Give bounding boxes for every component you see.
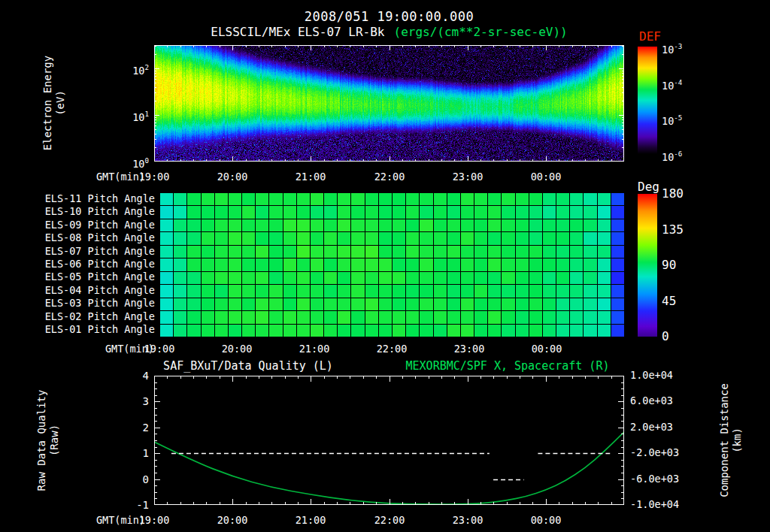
pitch-row-label: ELS-10 Pitch Angle: [42, 206, 155, 217]
plot-page: 2008/051 19:00:00.000 ELSSCIL/MEx ELS-07…: [0, 0, 770, 532]
deg-tick-90: 90: [662, 258, 676, 272]
quality-tick: 2: [117, 422, 149, 434]
pitch-row-label: ELS-07 Pitch Angle: [42, 246, 155, 257]
deg-colorbar-title: Deg: [638, 180, 659, 194]
instrument-label: ELSSCIL/MEx ELS-07 LR-Bk: [211, 25, 384, 39]
time-tick: 19:00: [135, 171, 173, 183]
quality-distance-canvas: [154, 376, 624, 505]
y-axis-title-line1: Electron Energy: [41, 56, 54, 150]
time-tick: 00:00: [528, 343, 565, 355]
def-tick-1e-5: 10-5: [662, 112, 682, 127]
pitch-row-label: ELS-08 Pitch Angle: [42, 232, 155, 243]
time-tick: 00:00: [527, 171, 565, 183]
pitch-row-label: ELS-09 Pitch Angle: [42, 219, 155, 231]
time-tick: 22:00: [371, 514, 408, 526]
electron-spectrogram-canvas: [154, 45, 624, 162]
def-tick-1e-4: 10-4: [662, 77, 682, 92]
quality-tick: -1: [117, 499, 149, 511]
def-colorbar-title: DEF: [639, 30, 661, 44]
distance-tick: 6.0e+03: [630, 395, 683, 407]
pitch-row-label: ELS-05 Pitch Angle: [42, 271, 155, 283]
time-tick: 20:00: [218, 343, 256, 355]
def-tick-1e-3: 10-3: [662, 41, 682, 56]
deg-tick-45: 45: [662, 295, 676, 308]
def-tick-1e-6: 10-6: [662, 148, 682, 163]
time-tick: 23:00: [449, 171, 487, 183]
deg-colorbar: [638, 194, 657, 337]
time-tick: 22:00: [371, 171, 408, 183]
distance-tick: -2.0e+03: [630, 447, 683, 458]
pitch-row-label: ELS-04 Pitch Angle: [42, 285, 155, 296]
time-tick: 19:00: [135, 514, 173, 526]
energy-tick-1: 100: [113, 155, 149, 170]
energy-tick-100: 102: [113, 62, 149, 77]
page-subtitle: ELSSCIL/MEx ELS-07 LR-Bk(ergs/(cm**2-sr-…: [79, 26, 699, 39]
time-tick: 23:00: [450, 343, 488, 355]
deg-tick-180: 180: [662, 187, 684, 201]
deg-tick-135: 135: [662, 223, 684, 237]
pitch-row-label: ELS-01 Pitch Angle: [42, 324, 155, 335]
distance-tick: 1.0e+04: [630, 370, 683, 381]
time-tick: 21:00: [296, 343, 333, 355]
bottom-right-axis-title: Component Distance (km): [718, 383, 744, 497]
pitch-row-label: ELS-03 Pitch Angle: [42, 298, 155, 309]
quality-tick: 3: [117, 395, 149, 407]
time-tick: 20:00: [214, 514, 251, 526]
bottom-left-title: SAF_BXuT/Data Quality (L): [154, 360, 342, 373]
bottom-left-axis-title: Raw Data Quality (Raw): [35, 390, 61, 491]
time-tick: 22:00: [373, 343, 411, 355]
def-colorbar: [638, 47, 657, 154]
pitch-row-label: ELS-11 Pitch Angle: [42, 193, 155, 204]
distance-tick: -1.0e+04: [630, 499, 683, 510]
time-tick: 23:00: [449, 514, 487, 526]
units-label: (ergs/(cm**2-sr-sec-eV)): [394, 25, 568, 39]
deg-tick-0: 0: [662, 330, 669, 343]
bottom-right-title: MEXORBMC/SPF X, Spacecraft (R): [391, 360, 624, 373]
time-tick: 00:00: [527, 514, 565, 526]
pitch-angle-canvas: [159, 192, 624, 337]
time-tick: 21:00: [292, 514, 329, 526]
spectrogram-y-axis-title: Electron Energy (eV): [41, 56, 67, 150]
distance-tick: 2.0e+03: [630, 422, 683, 433]
energy-tick-10: 101: [113, 108, 149, 123]
quality-tick: 1: [117, 447, 149, 459]
distance-tick: -6.0e+03: [630, 473, 683, 485]
y-axis-title-line2: (eV): [54, 56, 67, 150]
page-title: 2008/051 19:00:00.000: [154, 9, 624, 24]
time-tick: 19:00: [141, 343, 178, 355]
quality-tick: 4: [117, 370, 149, 382]
pitch-row-label: ELS-06 Pitch Angle: [42, 258, 155, 270]
pitch-row-label: ELS-02 Pitch Angle: [42, 311, 155, 322]
time-tick: 20:00: [214, 171, 251, 183]
quality-tick: 0: [117, 473, 149, 485]
time-tick: 21:00: [292, 171, 329, 183]
